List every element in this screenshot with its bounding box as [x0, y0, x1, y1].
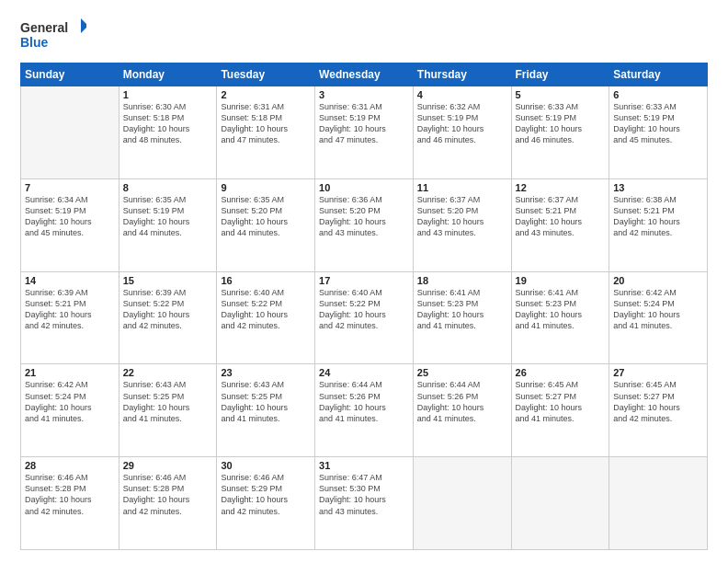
calendar-table: SundayMondayTuesdayWednesdayThursdayFrid… [20, 63, 708, 550]
page: General Blue SundayMondayTuesdayWednesda… [0, 0, 728, 563]
calendar-cell: 9Sunrise: 6:35 AMSunset: 5:20 PMDaylight… [217, 178, 315, 271]
calendar-cell: 5Sunrise: 6:33 AMSunset: 5:19 PMDaylight… [511, 86, 609, 179]
calendar-cell: 10Sunrise: 6:36 AMSunset: 5:20 PMDayligh… [315, 178, 414, 271]
day-info: Sunrise: 6:33 AMSunset: 5:19 PMDaylight:… [613, 101, 703, 146]
day-info: Sunrise: 6:45 AMSunset: 5:27 PMDaylight:… [613, 379, 703, 424]
day-number: 19 [516, 275, 606, 286]
calendar-cell: 12Sunrise: 6:37 AMSunset: 5:21 PMDayligh… [511, 178, 609, 271]
svg-text:General: General [20, 20, 68, 35]
logo-svg: General Blue [20, 17, 86, 53]
header-saturday: Saturday [609, 63, 708, 86]
day-info: Sunrise: 6:35 AMSunset: 5:19 PMDaylight:… [123, 194, 213, 239]
day-info: Sunrise: 6:31 AMSunset: 5:18 PMDaylight:… [221, 101, 311, 146]
header-friday: Friday [511, 63, 609, 86]
day-number: 22 [123, 367, 213, 378]
calendar-cell: 18Sunrise: 6:41 AMSunset: 5:23 PMDayligh… [413, 271, 511, 364]
calendar-cell: 27Sunrise: 6:45 AMSunset: 5:27 PMDayligh… [609, 364, 708, 457]
day-info: Sunrise: 6:45 AMSunset: 5:27 PMDaylight:… [516, 379, 606, 424]
day-info: Sunrise: 6:40 AMSunset: 5:22 PMDaylight:… [319, 287, 409, 332]
week-row-2: 7Sunrise: 6:34 AMSunset: 5:19 PMDaylight… [21, 178, 708, 271]
day-number: 17 [319, 275, 409, 286]
calendar-cell [413, 457, 511, 550]
day-number: 30 [221, 460, 311, 471]
calendar-cell: 23Sunrise: 6:43 AMSunset: 5:25 PMDayligh… [217, 364, 315, 457]
day-info: Sunrise: 6:40 AMSunset: 5:22 PMDaylight:… [221, 287, 311, 332]
day-number: 3 [319, 89, 409, 100]
day-number: 13 [613, 182, 703, 193]
day-info: Sunrise: 6:47 AMSunset: 5:30 PMDaylight:… [319, 472, 409, 517]
week-row-3: 14Sunrise: 6:39 AMSunset: 5:21 PMDayligh… [21, 271, 708, 364]
header-thursday: Thursday [413, 63, 511, 86]
day-number: 2 [221, 89, 311, 100]
day-number: 9 [221, 182, 311, 193]
day-info: Sunrise: 6:38 AMSunset: 5:21 PMDaylight:… [613, 194, 703, 239]
week-row-5: 28Sunrise: 6:46 AMSunset: 5:28 PMDayligh… [21, 457, 708, 550]
day-number: 18 [417, 275, 507, 286]
calendar-cell: 2Sunrise: 6:31 AMSunset: 5:18 PMDaylight… [217, 86, 315, 179]
calendar-cell: 25Sunrise: 6:44 AMSunset: 5:26 PMDayligh… [413, 364, 511, 457]
day-info: Sunrise: 6:46 AMSunset: 5:28 PMDaylight:… [25, 472, 115, 517]
calendar-cell: 4Sunrise: 6:32 AMSunset: 5:19 PMDaylight… [413, 86, 511, 179]
calendar-cell: 11Sunrise: 6:37 AMSunset: 5:20 PMDayligh… [413, 178, 511, 271]
calendar-cell: 17Sunrise: 6:40 AMSunset: 5:22 PMDayligh… [315, 271, 414, 364]
calendar-cell: 28Sunrise: 6:46 AMSunset: 5:28 PMDayligh… [21, 457, 119, 550]
header-monday: Monday [119, 63, 217, 86]
calendar-cell: 30Sunrise: 6:46 AMSunset: 5:29 PMDayligh… [217, 457, 315, 550]
day-info: Sunrise: 6:44 AMSunset: 5:26 PMDaylight:… [417, 379, 507, 424]
day-info: Sunrise: 6:34 AMSunset: 5:19 PMDaylight:… [25, 194, 115, 239]
day-number: 24 [319, 367, 409, 378]
calendar-cell: 29Sunrise: 6:46 AMSunset: 5:28 PMDayligh… [119, 457, 217, 550]
calendar-cell: 14Sunrise: 6:39 AMSunset: 5:21 PMDayligh… [21, 271, 119, 364]
day-number: 29 [123, 460, 213, 471]
day-number: 21 [25, 367, 115, 378]
logo: General Blue [20, 17, 86, 53]
day-number: 28 [25, 460, 115, 471]
day-number: 8 [123, 182, 213, 193]
day-number: 7 [25, 182, 115, 193]
day-number: 27 [613, 367, 703, 378]
calendar-cell: 6Sunrise: 6:33 AMSunset: 5:19 PMDaylight… [609, 86, 708, 179]
day-info: Sunrise: 6:35 AMSunset: 5:20 PMDaylight:… [221, 194, 311, 239]
calendar-cell: 22Sunrise: 6:43 AMSunset: 5:25 PMDayligh… [119, 364, 217, 457]
calendar-cell [609, 457, 708, 550]
day-number: 31 [319, 460, 409, 471]
calendar-cell: 31Sunrise: 6:47 AMSunset: 5:30 PMDayligh… [315, 457, 414, 550]
day-info: Sunrise: 6:41 AMSunset: 5:23 PMDaylight:… [516, 287, 606, 332]
calendar-cell: 13Sunrise: 6:38 AMSunset: 5:21 PMDayligh… [609, 178, 708, 271]
day-number: 26 [516, 367, 606, 378]
calendar-cell: 1Sunrise: 6:30 AMSunset: 5:18 PMDaylight… [119, 86, 217, 179]
day-info: Sunrise: 6:33 AMSunset: 5:19 PMDaylight:… [516, 101, 606, 146]
day-info: Sunrise: 6:31 AMSunset: 5:19 PMDaylight:… [319, 101, 409, 146]
day-number: 14 [25, 275, 115, 286]
calendar-cell [511, 457, 609, 550]
day-info: Sunrise: 6:43 AMSunset: 5:25 PMDaylight:… [221, 379, 311, 424]
calendar-cell: 8Sunrise: 6:35 AMSunset: 5:19 PMDaylight… [119, 178, 217, 271]
week-row-1: 1Sunrise: 6:30 AMSunset: 5:18 PMDaylight… [21, 86, 708, 179]
calendar-cell: 16Sunrise: 6:40 AMSunset: 5:22 PMDayligh… [217, 271, 315, 364]
calendar-cell: 26Sunrise: 6:45 AMSunset: 5:27 PMDayligh… [511, 364, 609, 457]
day-info: Sunrise: 6:41 AMSunset: 5:23 PMDaylight:… [417, 287, 507, 332]
day-info: Sunrise: 6:37 AMSunset: 5:20 PMDaylight:… [417, 194, 507, 239]
calendar-cell: 7Sunrise: 6:34 AMSunset: 5:19 PMDaylight… [21, 178, 119, 271]
day-number: 5 [516, 89, 606, 100]
day-info: Sunrise: 6:39 AMSunset: 5:22 PMDaylight:… [123, 287, 213, 332]
day-number: 1 [123, 89, 213, 100]
day-info: Sunrise: 6:46 AMSunset: 5:28 PMDaylight:… [123, 472, 213, 517]
svg-text:Blue: Blue [20, 35, 49, 50]
day-info: Sunrise: 6:36 AMSunset: 5:20 PMDaylight:… [319, 194, 409, 239]
day-info: Sunrise: 6:42 AMSunset: 5:24 PMDaylight:… [613, 287, 703, 332]
calendar-cell [21, 86, 119, 179]
day-number: 23 [221, 367, 311, 378]
day-number: 16 [221, 275, 311, 286]
calendar-cell: 20Sunrise: 6:42 AMSunset: 5:24 PMDayligh… [609, 271, 708, 364]
calendar-cell: 24Sunrise: 6:44 AMSunset: 5:26 PMDayligh… [315, 364, 414, 457]
header-wednesday: Wednesday [315, 63, 414, 86]
calendar-cell: 21Sunrise: 6:42 AMSunset: 5:24 PMDayligh… [21, 364, 119, 457]
day-number: 6 [613, 89, 703, 100]
day-number: 10 [319, 182, 409, 193]
day-info: Sunrise: 6:42 AMSunset: 5:24 PMDaylight:… [25, 379, 115, 424]
day-info: Sunrise: 6:32 AMSunset: 5:19 PMDaylight:… [417, 101, 507, 146]
header: General Blue [20, 17, 708, 53]
header-sunday: Sunday [21, 63, 119, 86]
day-number: 25 [417, 367, 507, 378]
